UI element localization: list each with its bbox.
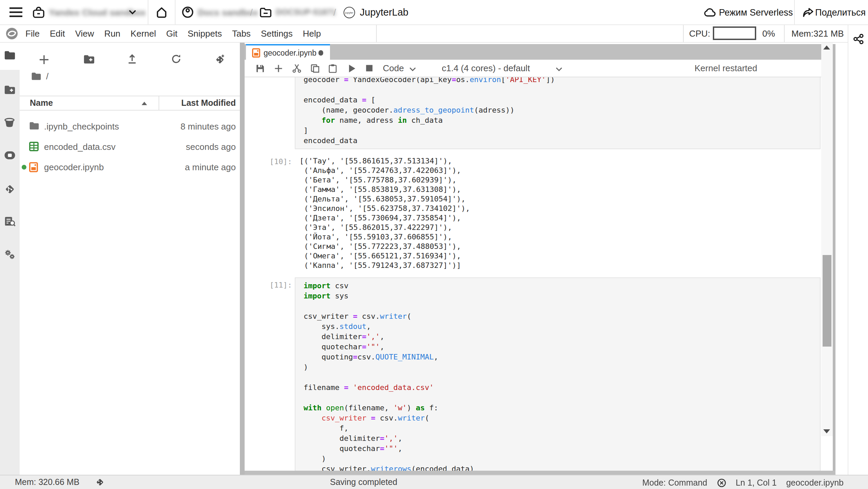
output-prompt: [10]: xyxy=(245,157,292,167)
sort-ascending-icon[interactable] xyxy=(142,102,147,105)
cpu-usage-bar xyxy=(713,26,756,40)
breadcrumb-root[interactable]: / xyxy=(46,71,48,81)
refresh-icon[interactable] xyxy=(171,54,182,65)
menu-tabs[interactable]: Tabs xyxy=(227,28,256,39)
cut-cells-button[interactable] xyxy=(292,64,302,73)
notebook-file-icon xyxy=(252,48,260,58)
settings-gears-icon[interactable] xyxy=(4,248,16,260)
file-modified: 8 minutes ago xyxy=(181,121,236,132)
active-file-name[interactable]: geocoder.ipynb xyxy=(786,478,844,487)
menu-bar: FileEditViewRunKernelGitSnippetsTabsSett… xyxy=(0,25,848,43)
menu-run[interactable]: Run xyxy=(99,28,126,39)
notebook-scrollbar[interactable] xyxy=(821,43,833,436)
folder-icon xyxy=(260,0,272,24)
stop-kernel-button[interactable] xyxy=(365,64,375,73)
menu-snippets[interactable]: Snippets xyxy=(183,28,227,39)
menu-help[interactable]: Help xyxy=(298,28,326,39)
menu-file[interactable]: File xyxy=(20,28,45,39)
file-browser-panel: / Name Last Modified .ipynb_checkpoints8… xyxy=(20,43,240,475)
dock-bottom-edge xyxy=(245,471,835,475)
menu-settings[interactable]: Settings xyxy=(256,28,298,39)
kernel-selector-dropdown[interactable]: c1.4 (4 cores) - default xyxy=(442,63,530,73)
notifications-off-icon[interactable] xyxy=(717,478,726,487)
kernel-chevron-icon[interactable] xyxy=(556,67,562,72)
cpu-label: CPU: xyxy=(689,28,710,39)
mem-label: Mem:321 MB xyxy=(791,28,844,39)
notebook-toolbar: Code c1.4 (4 cores) - default Kernel res… xyxy=(245,60,835,77)
serverless-mode-button[interactable]: Режим Serverless xyxy=(719,0,793,24)
share-nodes-icon[interactable] xyxy=(853,33,864,45)
menu-kernel[interactable]: Kernel xyxy=(125,28,161,39)
file-modified: seconds ago xyxy=(186,142,236,152)
save-button[interactable] xyxy=(255,64,265,73)
redacted-community-name[interactable]: Docs sandbox xyxy=(198,0,258,24)
briefcase-icon xyxy=(33,0,45,24)
new-folder-icon[interactable] xyxy=(4,85,16,96)
topbar-divider xyxy=(148,0,148,24)
git-icon[interactable] xyxy=(4,183,16,195)
menubar-divider xyxy=(784,25,785,42)
column-divider xyxy=(159,96,159,110)
upload-icon[interactable] xyxy=(127,54,138,65)
modified-column-header[interactable]: Last Modified xyxy=(181,98,236,108)
home-icon[interactable] xyxy=(155,0,168,24)
cell-output: [('Тау', '[55.861615,37.513134]'), ('Аль… xyxy=(299,157,470,271)
file-name[interactable]: encoded_data.csv xyxy=(44,142,116,152)
menu-view[interactable]: View xyxy=(70,28,99,39)
breadcrumb-separator: / xyxy=(250,0,253,24)
scrollbar-thumb[interactable] xyxy=(823,255,831,347)
notebook-content[interactable]: geocoder = YandexGeocoder(api_key=os.env… xyxy=(245,77,835,471)
datasphere-logo xyxy=(5,25,18,42)
file-browser-icon[interactable] xyxy=(4,50,16,62)
scroll-down-arrow[interactable] xyxy=(823,429,830,433)
panel-divider[interactable] xyxy=(240,43,245,475)
scroll-up-arrow[interactable] xyxy=(823,45,830,50)
jupyterlab-brand: JupyterLab xyxy=(360,0,409,24)
new-folder-button-icon[interactable] xyxy=(83,54,95,66)
right-panel xyxy=(848,25,868,475)
new-launcher-icon[interactable] xyxy=(39,54,50,66)
file-name[interactable]: geocoder.ipynb xyxy=(44,162,104,172)
menubar-divider xyxy=(376,25,377,42)
cpu-percent: 0% xyxy=(762,28,775,39)
redacted-project-id[interactable]: DOCSUP-51871 xyxy=(276,0,336,24)
git-status-icon[interactable] xyxy=(95,477,105,488)
kernel-status-message: Kernel restarted xyxy=(695,63,757,73)
cursor-position[interactable]: Ln 1, Col 1 xyxy=(736,478,777,487)
file-name[interactable]: .ipynb_checkpoints xyxy=(44,121,119,132)
dock-right-edge xyxy=(833,44,835,475)
running-sessions-icon[interactable] xyxy=(4,151,16,162)
file-row-.ipynb_checkpoints[interactable]: .ipynb_checkpoints8 minutes ago xyxy=(20,116,240,136)
add-cell-button[interactable] xyxy=(274,64,283,73)
tab-bar: geocoder.ipynb xyxy=(245,44,835,60)
left-sidebar xyxy=(0,43,20,475)
menu-edit[interactable]: Edit xyxy=(45,28,70,39)
bucket-icon[interactable] xyxy=(4,117,16,129)
breadcrumb[interactable]: / xyxy=(31,71,48,81)
share-arrow-icon xyxy=(802,0,814,24)
git-clone-icon[interactable] xyxy=(214,54,226,65)
mode-indicator[interactable]: Mode: Command xyxy=(642,478,707,487)
name-column-header[interactable]: Name xyxy=(30,98,53,108)
modified-dot xyxy=(22,165,26,170)
hamburger-menu-icon[interactable] xyxy=(9,0,23,24)
chevron-down-icon[interactable] xyxy=(129,0,136,24)
tab-geocoder-ipynb[interactable]: geocoder.ipynb xyxy=(246,44,330,60)
top-bar: Yandex Cloud sandbox Docs sandbox / DOCS… xyxy=(0,0,868,25)
cloud-icon xyxy=(703,0,716,24)
unsaved-changes-dot[interactable] xyxy=(318,50,323,55)
cell-type-dropdown[interactable]: Code xyxy=(383,63,404,73)
paste-cells-button[interactable] xyxy=(328,64,337,73)
code-cell-input[interactable]: import csvimport sys csv_writer = csv.wr… xyxy=(295,277,821,471)
folder-file-icon xyxy=(29,121,39,132)
jupyterlab-app: Yandex Cloud sandbox Docs sandbox / DOCS… xyxy=(0,0,868,489)
copy-cells-button[interactable] xyxy=(310,64,320,73)
file-row-geocoder.ipynb[interactable]: geocoder.ipynba minute ago xyxy=(20,157,240,177)
cell-type-chevron-icon[interactable] xyxy=(409,67,416,72)
share-button[interactable]: Поделиться xyxy=(815,0,866,24)
code-cell-input[interactable]: geocoder = YandexGeocoder(api_key=os.env… xyxy=(295,77,821,149)
run-cell-button[interactable] xyxy=(348,64,357,73)
inspector-icon[interactable] xyxy=(4,216,16,227)
file-row-encoded_data.csv[interactable]: encoded_data.csvseconds ago xyxy=(20,136,240,157)
menu-git[interactable]: Git xyxy=(161,28,183,39)
